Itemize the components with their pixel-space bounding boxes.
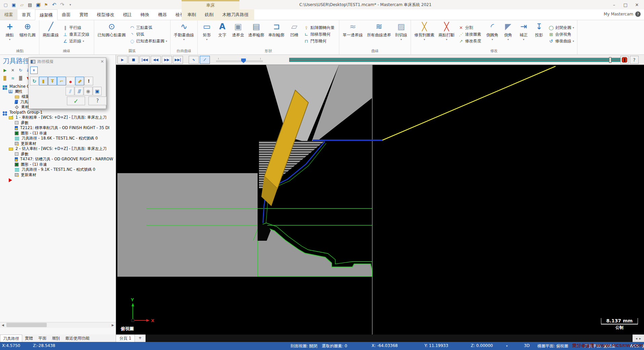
- ribbon-tab-contextual[interactable]: 木雕刀具路徑: [218, 9, 253, 21]
- panel-tab[interactable]: 刀具路徑: [0, 335, 22, 342]
- playback-transport-button[interactable]: ◀◀: [151, 56, 161, 64]
- panel-horizontal-scrollbar[interactable]: ◀ ▶: [0, 322, 116, 328]
- maximize-button[interactable]: □: [620, 0, 631, 9]
- tree-item[interactable]: [1, 178, 116, 183]
- ribbon-button[interactable]: 合併視角: [547, 31, 575, 38]
- tree-item[interactable]: 更新素材: [1, 141, 116, 147]
- section-view-status[interactable]: 剖面視圖: 關閉: [291, 343, 317, 349]
- quick-access-button[interactable]: [3, 2, 9, 8]
- minimize-button[interactable]: –: [608, 0, 620, 9]
- ribbon-tab[interactable]: 線架構: [35, 9, 58, 20]
- add-viewport-tab-button[interactable]: +: [135, 335, 145, 342]
- dialog-title-bar[interactable]: 路徑模擬 ✕: [29, 58, 106, 65]
- ribbon-tab-contextual[interactable]: 車削: [183, 9, 200, 21]
- ribbon-button[interactable]: 修剪到圖素 ▾: [413, 21, 436, 48]
- dialog-option-button[interactable]: [75, 77, 84, 85]
- tab-scroll-arrows[interactable]: ◂▸: [633, 335, 644, 342]
- progress-cursor[interactable]: [609, 57, 611, 63]
- panel-tab[interactable]: 實體: [22, 335, 36, 342]
- help-icon[interactable]: ?: [635, 11, 641, 17]
- tree-item[interactable]: 參數: [1, 152, 116, 157]
- playback-toggle-button[interactable]: ∿: [189, 56, 199, 64]
- ribbon-button[interactable]: 螺栓孔圓: [18, 21, 37, 48]
- quick-access-button[interactable]: [59, 2, 65, 8]
- ribbon-button[interactable]: 手動畫曲線 ▾: [172, 21, 196, 48]
- panel-tab[interactable]: 最近使用功能: [63, 335, 92, 342]
- panel-tab[interactable]: 層別: [49, 335, 63, 342]
- quick-access-button[interactable]: [27, 2, 33, 8]
- dialog-ok-button[interactable]: ✓: [67, 96, 85, 105]
- quick-access-button[interactable]: [67, 2, 73, 8]
- quick-access-button[interactable]: [19, 2, 25, 8]
- ribbon-tab-contextual[interactable]: 銑削: [200, 9, 218, 21]
- scroll-right-arrow[interactable]: ▶: [110, 322, 116, 328]
- tree-item[interactable]: 刀具路徑 - 18.6K - TEST1.NC - 程式號碼 0: [1, 136, 116, 141]
- ribbon-button[interactable]: 矩形 ▾: [199, 21, 214, 48]
- ribbon-button[interactable]: 凹槽: [287, 21, 302, 48]
- ribbon-button[interactable]: 已知圓心點畫圓: [96, 21, 127, 48]
- simulation-progress-bar[interactable]: [289, 58, 625, 62]
- playback-transport-button[interactable]: ▶▶: [162, 56, 172, 64]
- ribbon-button[interactable]: 補正 ▾: [516, 21, 531, 48]
- mode-3d[interactable]: 3D: [524, 343, 530, 348]
- ribbon-tab[interactable]: 首頁: [17, 9, 35, 20]
- cplane-status[interactable]: 構圖平面: 俯視圖: [537, 343, 568, 349]
- ribbon-button[interactable]: 修復曲線 ▾: [547, 38, 575, 44]
- dialog-option-button[interactable]: [93, 87, 102, 95]
- ribbon-button[interactable]: 階梯形幾何: [302, 31, 337, 38]
- ribbon-tab[interactable]: 標註: [119, 9, 136, 20]
- panel-tab[interactable]: 平面: [36, 335, 49, 342]
- my-mastercam[interactable]: My Mastercam ?: [604, 11, 641, 17]
- dialog-option-button[interactable]: [66, 77, 75, 85]
- quick-access-button[interactable]: [35, 2, 41, 8]
- ribbon-button[interactable]: 倒角 ▾: [501, 21, 516, 48]
- tree-item[interactable]: 參數: [1, 120, 116, 126]
- toolpath-toolbar-button[interactable]: [17, 75, 24, 81]
- ribbon-button[interactable]: 分割: [457, 25, 484, 31]
- tree-item[interactable]: T2121: 標準車削刀具 - OD FINISH RIGHT - 35 DI: [1, 125, 116, 131]
- quick-access-button[interactable]: [11, 2, 17, 8]
- dialog-option-button[interactable]: [30, 77, 39, 85]
- playback-transport-button[interactable]: ▶▶|: [173, 56, 183, 64]
- dialog-option-button[interactable]: [39, 77, 48, 85]
- position-x[interactable]: X: -64.03368: [372, 343, 398, 348]
- z-dropdown-caret-icon[interactable]: ▾: [506, 344, 508, 348]
- dialog-option-button[interactable]: [66, 87, 74, 95]
- toolpath-toolbar-button[interactable]: [10, 75, 16, 81]
- ribbon-button[interactable]: 點陣圖轉向量: [302, 25, 337, 31]
- toolpath-toolbar-button[interactable]: [2, 67, 8, 73]
- dialog-help-button[interactable]: ?: [88, 96, 107, 105]
- ribbon-button[interactable]: 垂直正交線: [61, 31, 92, 38]
- dialog-option-button[interactable]: [48, 77, 57, 85]
- ribbon-button[interactable]: 兩點打斷 ▾: [437, 21, 456, 48]
- ribbon-tab[interactable]: 模型修改: [92, 9, 119, 20]
- position-y[interactable]: Y: 11.19933: [424, 343, 448, 348]
- ribbon-button[interactable]: 封閉全圓 ▾: [547, 25, 575, 31]
- backplot-dialog[interactable]: 路徑模擬 ✕ »: [28, 57, 106, 109]
- tree-item[interactable]: T4747: 切槽刀具 - OD GROOVE RIGHT - NARROW: [1, 157, 116, 162]
- ribbon-button[interactable]: 兩點畫線: [41, 21, 61, 48]
- ribbon-button[interactable]: 所有曲線邊界: [365, 21, 393, 48]
- tree-item[interactable]: 圖形 - (1) 串連: [1, 162, 116, 167]
- slider-thumb[interactable]: [241, 59, 246, 63]
- playback-transport-button[interactable]: ■: [128, 56, 139, 64]
- viewport-canvas[interactable]: Y X: [116, 65, 644, 335]
- ribbon-button[interactable]: 邊界輪廓: [247, 21, 266, 48]
- viewport-page-tab[interactable]: 分頁 1: [116, 335, 135, 342]
- scrollbar-thumb[interactable]: [6, 323, 47, 327]
- dialog-option-button[interactable]: [84, 87, 92, 95]
- dialog-option-button[interactable]: [57, 77, 66, 85]
- ribbon-button[interactable]: 單一邊界線: [341, 21, 365, 48]
- ribbon-button[interactable]: 平行線: [61, 25, 92, 31]
- ribbon-button[interactable]: 文字: [215, 21, 230, 48]
- ribbon-button[interactable]: 已知邊界點畫圓 ▾: [128, 38, 168, 44]
- playback-transport-button[interactable]: |◀◀: [140, 56, 150, 64]
- tree-item[interactable]: 1 - 車削粗車 - [WCS: +D+Z] - [刀具面: 車床左上刀: [1, 115, 116, 120]
- ribbon-tab[interactable]: 轉換: [136, 9, 154, 20]
- ribbon-button[interactable]: 剖切線 ▾: [393, 21, 409, 48]
- playbar-help-button[interactable]: ?: [630, 56, 639, 64]
- graphics-viewport[interactable]: ▶■|◀◀◀◀▶▶▶▶| ∿⟋ ?: [116, 55, 644, 335]
- dialog-option-button[interactable]: [84, 77, 93, 85]
- ribbon-tab[interactable]: 機器: [154, 9, 171, 20]
- playback-toggle-button[interactable]: ⟋: [200, 56, 210, 64]
